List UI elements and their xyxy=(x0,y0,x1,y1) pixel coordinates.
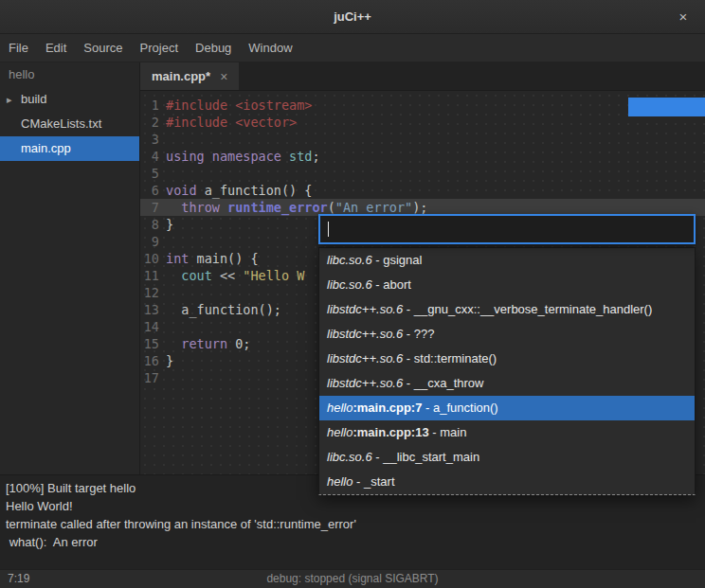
code-text: void a_function() { xyxy=(159,182,312,199)
line-number: 14 xyxy=(140,318,159,335)
tab-bar: main.cpp* × xyxy=(140,62,705,91)
menu-item-file[interactable]: File xyxy=(0,34,37,62)
code-text: using namespace std; xyxy=(159,148,320,165)
line-number: 12 xyxy=(140,284,159,301)
token-pl: } xyxy=(166,353,173,368)
backtrace-item-5[interactable]: libstdc++.so.6 - __cxa_throw xyxy=(319,371,695,396)
token-pl xyxy=(166,200,181,215)
backtrace-item-6[interactable]: hello:main.cpp:7 - a_function() xyxy=(319,396,695,420)
menu-item-debug[interactable]: Debug xyxy=(187,34,240,62)
token-pl: ); xyxy=(412,200,427,215)
frame-library-name: hello xyxy=(327,401,352,415)
backtrace-item-1[interactable]: libc.so.6 - abort xyxy=(319,273,695,297)
code-text: cout << "Hello W xyxy=(159,267,304,284)
code-text xyxy=(159,233,166,250)
backtrace-filter-input[interactable] xyxy=(320,216,694,242)
code-line-2[interactable]: 2#include <vector> xyxy=(140,114,705,131)
popup-input-frame xyxy=(318,214,696,244)
tree-item-label: build xyxy=(21,92,46,106)
backtrace-item-8[interactable]: libc.so.6 - __libc_start_main xyxy=(319,445,695,470)
titlebar: juCi++ × xyxy=(0,0,705,34)
code-text xyxy=(159,165,166,182)
frame-function-name: - std::terminate() xyxy=(403,351,497,365)
tree-item-build[interactable]: ▸build xyxy=(0,87,139,112)
token-pl xyxy=(227,115,235,130)
tree-item-label: CMakeLists.txt xyxy=(21,116,101,131)
code-line-1[interactable]: 1#include <iostream> xyxy=(140,97,705,114)
tab-close-icon[interactable]: × xyxy=(220,69,227,84)
line-number: 4 xyxy=(140,148,159,165)
code-text xyxy=(159,284,166,301)
backtrace-popup: libc.so.6 - gsignallibc.so.6 - abortlibs… xyxy=(318,214,696,495)
backtrace-item-9[interactable]: hello - _start xyxy=(319,470,695,494)
menu-item-source[interactable]: Source xyxy=(75,34,131,62)
line-number: 3 xyxy=(140,131,159,148)
console-line-4: what(): An error xyxy=(6,533,699,551)
token-pl xyxy=(220,200,227,215)
token-pl: ; xyxy=(243,336,250,351)
token-pl xyxy=(227,98,235,113)
code-text: a_function(); xyxy=(159,301,281,318)
window-close-icon[interactable]: × xyxy=(674,8,693,27)
token-fn: runtime_error xyxy=(227,200,328,215)
token-pp: #include xyxy=(166,98,227,113)
menu-item-window[interactable]: Window xyxy=(240,34,300,62)
line-number: 15 xyxy=(140,335,159,352)
frame-library-name: libc.so.6 xyxy=(327,253,372,267)
frame-library-name: libstdc++.so.6 xyxy=(327,376,403,390)
tree-item-cmakelists-txt[interactable]: CMakeLists.txt xyxy=(0,112,139,136)
frame-library-name: hello xyxy=(327,425,352,439)
sidebar-file-tree: hello ▸buildCMakeLists.txtmain.cpp xyxy=(0,62,140,474)
menu-item-edit[interactable]: Edit xyxy=(37,34,75,62)
backtrace-item-3[interactable]: libstdc++.so.6 - ??? xyxy=(319,322,695,347)
code-text xyxy=(159,131,166,148)
tab-label: main.cpp* xyxy=(152,69,210,83)
menubar: FileEditSourceProjectDebugWindow xyxy=(0,34,705,62)
line-number: 17 xyxy=(140,369,159,386)
frame-function-name: - main xyxy=(429,425,467,439)
token-kw: using xyxy=(166,149,205,164)
code-text xyxy=(159,369,166,386)
backtrace-item-7[interactable]: hello:main.cpp:13 - main xyxy=(319,420,695,445)
code-text xyxy=(159,318,166,335)
frame-function-name: - ??? xyxy=(403,327,434,341)
code-line-5[interactable]: 5 xyxy=(140,165,705,182)
line-number: 10 xyxy=(140,250,159,267)
code-text: #include <vector> xyxy=(159,114,297,131)
token-pl: ; xyxy=(312,149,319,164)
code-line-6[interactable]: 6void a_function() { xyxy=(140,182,705,199)
token-ty: std xyxy=(289,149,312,164)
token-pl xyxy=(166,268,181,283)
token-kw: void xyxy=(166,183,197,198)
tab-main-cpp[interactable]: main.cpp* × xyxy=(140,62,239,90)
frame-function-name: - __libc_start_main xyxy=(372,450,479,464)
backtrace-item-0[interactable]: libc.so.6 - gsignal xyxy=(319,248,695,273)
backtrace-item-4[interactable]: libstdc++.so.6 - std::terminate() xyxy=(319,347,695,371)
scrollbar-thumb[interactable] xyxy=(628,98,705,116)
token-kw: throw xyxy=(181,200,220,215)
line-number: 13 xyxy=(140,301,159,318)
line-number: 8 xyxy=(140,216,159,233)
jucipp-window: juCi++ × FileEditSourceProjectDebugWindo… xyxy=(0,0,705,588)
expander-icon[interactable]: ▸ xyxy=(7,87,12,112)
menu-item-project[interactable]: Project xyxy=(132,34,187,62)
code-line-3[interactable]: 3 xyxy=(140,131,705,148)
code-text: #include <iostream> xyxy=(159,97,312,114)
frame-function-name: - __gnu_cxx::__verbose_terminate_handler… xyxy=(403,302,652,316)
frame-library-name: libc.so.6 xyxy=(327,450,372,464)
token-pl: ( xyxy=(328,200,335,215)
line-number: 2 xyxy=(140,114,159,131)
token-kw: namespace xyxy=(212,149,281,164)
frame-source-location: :main.cpp:13 xyxy=(352,425,428,439)
code-line-4[interactable]: 4using namespace std; xyxy=(140,148,705,165)
line-number: 9 xyxy=(140,233,159,250)
frame-function-name: - gsignal xyxy=(372,253,423,267)
token-ty: cout xyxy=(181,268,212,283)
tree-item-main-cpp[interactable]: main.cpp xyxy=(0,136,139,161)
token-pp: <vector> xyxy=(235,115,297,130)
backtrace-item-2[interactable]: libstdc++.so.6 - __gnu_cxx::__verbose_te… xyxy=(319,297,695,322)
directory-tree: ▸buildCMakeLists.txtmain.cpp xyxy=(0,87,139,161)
token-pl: << xyxy=(212,268,244,283)
code-text: } xyxy=(159,352,173,369)
code-text: int main() { xyxy=(159,250,259,267)
